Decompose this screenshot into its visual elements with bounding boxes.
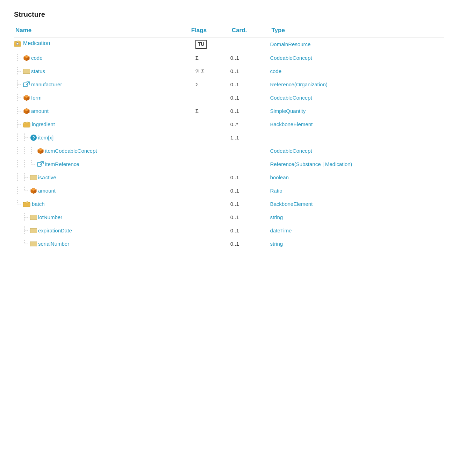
table-row: ? item[x]1..1	[14, 131, 444, 144]
type-text[interactable]: CodeableConcept	[270, 148, 312, 154]
node-label[interactable]: isActive	[38, 174, 56, 180]
type-text[interactable]: Reference(Substance | Medication)	[270, 161, 352, 167]
cardinality-text: 0..1	[230, 228, 239, 233]
node-label[interactable]: itemReference	[45, 161, 79, 167]
flags-cell: TU	[190, 37, 230, 51]
type-text[interactable]: dateTime	[270, 228, 292, 233]
name-cell: Medication	[14, 37, 190, 51]
page-title: Structure	[14, 10, 444, 19]
type-text[interactable]: string	[270, 241, 283, 247]
cardinality-text: 0..1	[230, 201, 239, 207]
type-cell: CodeableConcept	[270, 91, 444, 104]
node-label[interactable]: amount	[31, 108, 49, 114]
flags-cell	[190, 144, 230, 158]
col-header-flags: Flags	[190, 26, 230, 37]
flags-cell	[190, 118, 230, 131]
tree-lines	[14, 240, 29, 248]
type-text[interactable]: code	[270, 68, 281, 74]
cardinality-cell: 0..1	[230, 91, 270, 104]
cardinality-cell: 0..1	[230, 184, 270, 197]
name-cell: serialNumber	[14, 237, 190, 251]
table-row: lotNumber0..1string	[14, 211, 444, 224]
node-label[interactable]: form	[31, 95, 42, 101]
flags-text: Σ	[195, 55, 199, 61]
node-label[interactable]: status	[31, 68, 45, 74]
svg-rect-67	[30, 228, 37, 233]
type-text[interactable]: boolean	[270, 174, 288, 180]
name-cell: manufacturer	[14, 78, 190, 91]
type-text[interactable]: string	[270, 214, 283, 220]
tree-lines	[14, 80, 22, 89]
cardinality-text: 0..1	[230, 81, 239, 87]
tree-lines	[14, 160, 36, 168]
cardinality-cell: 0..1	[230, 197, 270, 211]
name-cell: amount	[14, 184, 190, 197]
primitive-icon	[30, 228, 37, 233]
table-row: manufacturerΣ0..1Reference(Organization)	[14, 78, 444, 91]
primitive-icon	[30, 215, 37, 220]
node-label[interactable]: manufacturer	[31, 81, 62, 87]
type-cell: string	[270, 237, 444, 251]
type-text[interactable]: Reference(Organization)	[270, 81, 327, 87]
node-label[interactable]: code	[31, 55, 43, 61]
flags-cell: Σ	[190, 78, 230, 91]
svg-rect-70	[30, 241, 37, 246]
table-row: amount0..1Ratio	[14, 184, 444, 197]
tree-lines	[14, 67, 22, 75]
cardinality-cell: 0..1	[230, 51, 270, 65]
cardinality-text: 1..1	[230, 135, 239, 140]
node-label[interactable]: itemCodeableConcept	[45, 148, 97, 154]
type-cell: Reference(Organization)	[270, 78, 444, 91]
primitive-icon	[23, 69, 30, 74]
flags-cell	[190, 211, 230, 224]
name-cell: form	[14, 91, 190, 104]
cardinality-text: 0..1	[230, 214, 239, 220]
svg-rect-51	[30, 175, 37, 180]
type-text[interactable]: SimpleQuantity	[270, 108, 306, 114]
flags-text: ?! Σ	[195, 68, 205, 74]
type-cell: CodeableConcept	[270, 51, 444, 65]
type-text[interactable]: BackboneElement	[270, 121, 313, 127]
name-cell: status	[14, 65, 190, 78]
cardinality-text: 0..*	[230, 121, 238, 127]
tree-lines	[14, 54, 22, 62]
element-icon	[23, 94, 30, 101]
flags-cell	[190, 91, 230, 104]
name-cell: ? item[x]	[14, 131, 190, 144]
cardinality-text: 0..1	[230, 241, 239, 247]
node-label[interactable]: lotNumber	[38, 214, 62, 220]
cardinality-text: 0..1	[230, 188, 239, 194]
name-cell: code	[14, 51, 190, 65]
node-label[interactable]: batch	[32, 201, 45, 207]
node-label[interactable]: ingredient	[32, 121, 55, 127]
type-text[interactable]: Ratio	[270, 188, 282, 194]
name-cell: ingredient	[14, 118, 190, 131]
type-cell: Reference(Substance | Medication)	[270, 158, 444, 171]
node-label[interactable]: expirationDate	[38, 228, 72, 233]
table-row: batch0..1BackboneElement	[14, 197, 444, 211]
table-row: codeΣ0..1CodeableConcept	[14, 51, 444, 65]
type-text[interactable]: BackboneElement	[270, 201, 313, 207]
element-icon	[23, 108, 30, 115]
type-text[interactable]: CodeableConcept	[270, 55, 312, 61]
tree-lines	[14, 173, 29, 182]
node-label[interactable]: item[x]	[38, 135, 53, 140]
node-label[interactable]: Medication	[23, 40, 50, 46]
table-row: itemReferenceReference(Substance | Medic…	[14, 158, 444, 171]
type-text[interactable]: CodeableConcept	[270, 95, 312, 101]
element-icon	[30, 187, 37, 194]
type-text[interactable]: DomainResource	[270, 41, 310, 47]
cardinality-cell: 0..1	[230, 224, 270, 237]
name-cell: lotNumber	[14, 211, 190, 224]
table-row: ingredient0..*BackboneElement	[14, 118, 444, 131]
cardinality-cell: 1..1	[230, 131, 270, 144]
type-cell: BackboneElement	[270, 118, 444, 131]
node-label[interactable]: serialNumber	[38, 241, 69, 247]
table-row: status?! Σ0..1code	[14, 65, 444, 78]
flags-cell: Σ	[190, 104, 230, 118]
name-cell: batch	[14, 197, 190, 211]
type-cell: boolean	[270, 171, 444, 184]
type-cell: DomainResource	[270, 37, 444, 51]
tree-lines	[14, 94, 22, 102]
node-label[interactable]: amount	[38, 188, 56, 194]
